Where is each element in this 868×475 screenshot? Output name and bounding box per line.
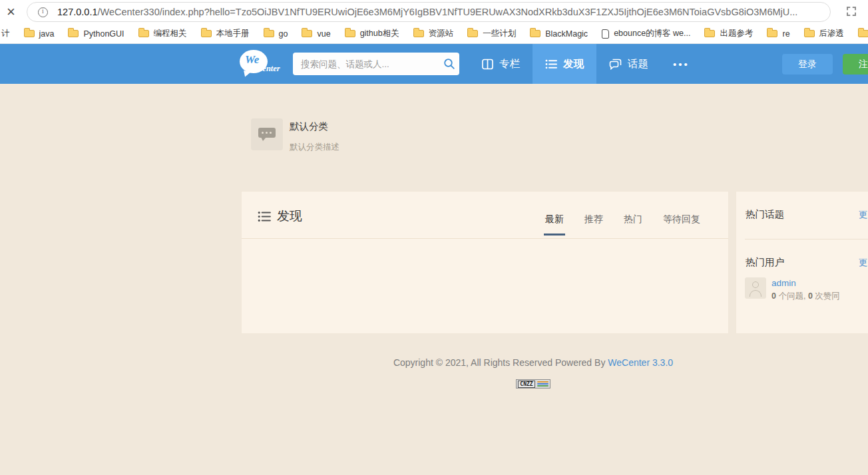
tab-recommended[interactable]: 推荐 — [584, 214, 603, 227]
folder-icon — [68, 30, 79, 37]
category-desc: 默认分类描述 — [290, 142, 339, 153]
folder-icon — [467, 30, 478, 37]
hot-topics-title: 热门话题 — [746, 208, 784, 221]
category-text: 默认分类 默认分类描述 — [290, 118, 339, 153]
bookmark-item[interactable]: re — [767, 29, 789, 39]
bookmarks-bar: 计 java PythonGUI 编程相关 本地手册 go vue github… — [0, 24, 868, 44]
browser-chrome: × 127.0.0.1/WeCenter330/index.php?hello=… — [0, 0, 868, 24]
bookmark-label: 一些计划 — [483, 28, 516, 39]
nav-item-discover[interactable]: 发现 — [533, 44, 596, 84]
wecenter-logo[interactable]: We Center — [240, 50, 268, 74]
bookmark-item[interactable]: 资源站 — [413, 28, 454, 39]
tab-waiting-reply[interactable]: 等待回复 — [663, 214, 700, 227]
discover-list-empty — [242, 239, 728, 334]
bookmark-item[interactable]: PythonGUI — [68, 29, 124, 39]
bookmark-item[interactable]: 编程相关 — [138, 28, 187, 39]
nav-item-topics[interactable]: 话题 — [596, 44, 661, 84]
folder-icon — [264, 30, 274, 37]
discover-panel: 发现 最新 推荐 热门 等待回复 — [241, 191, 729, 334]
bookmark-label: PythonGUI — [83, 29, 124, 39]
site-info-icon[interactable] — [38, 7, 48, 17]
search-box — [293, 53, 459, 75]
bookmark-label: github相关 — [360, 28, 399, 39]
hot-users-title: 热门用户 — [746, 256, 784, 269]
user-name-link[interactable]: admin — [771, 278, 840, 288]
avatar[interactable] — [745, 277, 766, 299]
register-button[interactable]: 注册 — [843, 54, 868, 75]
logo-center-text: Center — [257, 64, 280, 74]
user-stats: 0 个问题, 0 次赞同 — [771, 291, 840, 302]
bookmark-item[interactable]: 一些计划 — [467, 28, 516, 39]
bookmark-label: 后渗透 — [819, 28, 845, 39]
bookmark-item[interactable]: go — [264, 29, 288, 39]
category-title: 默认分类 — [290, 120, 339, 133]
tab-hot[interactable]: 热门 — [624, 214, 642, 227]
chat-icon — [609, 59, 622, 70]
browser-grid-icon[interactable] — [847, 7, 856, 16]
bookmark-label: 编程相关 — [154, 28, 187, 39]
bookmark-label: 本地手册 — [216, 28, 250, 39]
bookmark-item[interactable]: java — [24, 29, 55, 39]
bookmark-label: go — [279, 29, 288, 39]
bookmark-item[interactable]: 安全网站 — [858, 28, 868, 39]
sidebar: 热门话题 更多 热门用户 更多 admin 0 个问题, 0 次赞同 — [736, 191, 868, 334]
folder-icon — [24, 30, 35, 37]
bookmark-label: BlackMagic — [545, 29, 588, 39]
columns-icon — [482, 59, 493, 70]
cnzz-label: CNZZ — [518, 381, 535, 388]
nav-item-column[interactable]: 专栏 — [469, 44, 533, 84]
list-icon — [545, 59, 557, 69]
bookmark-item[interactable]: ebounce的博客 we... — [602, 28, 690, 39]
bookmark-label: ebounce的博客 we... — [614, 28, 690, 39]
ellipsis-icon: ••• — [673, 59, 690, 70]
page-title: 发现 — [277, 208, 302, 225]
hot-users-section: 热门用户 更多 — [736, 239, 868, 269]
footer: Copyright © 2021, All Rights Reserved Po… — [241, 357, 825, 389]
category-bubble-icon — [251, 118, 283, 150]
folder-icon — [138, 30, 149, 37]
search-icon[interactable] — [439, 53, 459, 75]
bookmark-item[interactable]: 本地手册 — [201, 28, 250, 39]
nav-items: 专栏 发现 话题 ••• — [469, 44, 702, 84]
folder-icon — [767, 30, 777, 37]
login-button[interactable]: 登录 — [782, 54, 833, 75]
folder-icon — [201, 30, 212, 37]
bookmark-label: 资源站 — [429, 28, 454, 39]
wecenter-version-link[interactable]: WeCenter 3.3.0 — [608, 357, 673, 368]
folder-icon — [530, 30, 541, 37]
copyright-text: Copyright © 2021, All Rights Reserved Po… — [241, 357, 825, 368]
folder-icon — [345, 30, 355, 37]
url-path: /WeCenter330/index.php?hello=Tzo5OiJBV1N… — [97, 7, 797, 17]
discover-header: 发现 最新 推荐 热门 等待回复 — [242, 192, 728, 239]
bookmark-label: vue — [317, 29, 330, 39]
hot-topics-more-link[interactable]: 更多 — [859, 209, 868, 221]
page-icon — [602, 29, 609, 39]
folder-icon — [804, 30, 815, 37]
bookmark-item[interactable]: 后渗透 — [804, 28, 845, 39]
address-bar[interactable]: 127.0.0.1/WeCenter330/index.php?hello=Tz… — [27, 2, 831, 22]
search-input[interactable] — [293, 59, 439, 69]
discover-tabs: 最新 推荐 热门 等待回复 — [545, 192, 700, 238]
bookmark-item[interactable]: vue — [302, 29, 330, 39]
bookmark-label: 出题参考 — [720, 28, 753, 39]
bookmark-item[interactable]: 计 — [1, 28, 10, 39]
nav-item-label: 专栏 — [499, 57, 520, 71]
bookmark-item[interactable]: BlackMagic — [530, 29, 588, 39]
category-default[interactable]: 默认分类 默认分类描述 — [251, 118, 339, 153]
bookmark-item[interactable]: github相关 — [345, 28, 399, 39]
tab-latest[interactable]: 最新 — [545, 214, 564, 227]
folder-icon — [302, 30, 312, 37]
nav-more-button[interactable]: ••• — [661, 44, 702, 84]
url-text: 127.0.0.1/WeCenter330/index.php?hello=Tz… — [57, 7, 797, 17]
cnzz-badge[interactable]: CNZZ — [516, 379, 550, 389]
folder-icon — [858, 30, 868, 37]
bookmark-label: 计 — [1, 28, 10, 39]
nav-item-label: 话题 — [628, 57, 648, 71]
hot-users-more-link[interactable]: 更多 — [859, 257, 868, 269]
hot-user-row: admin 0 个问题, 0 次赞同 — [745, 277, 868, 302]
close-icon[interactable]: × — [7, 2, 15, 22]
bookmark-item[interactable]: 出题参考 — [704, 28, 753, 39]
url-host: 127.0.0.1 — [57, 7, 97, 17]
folder-icon — [704, 30, 715, 37]
site-navbar: We Center 专栏 — [0, 44, 868, 84]
